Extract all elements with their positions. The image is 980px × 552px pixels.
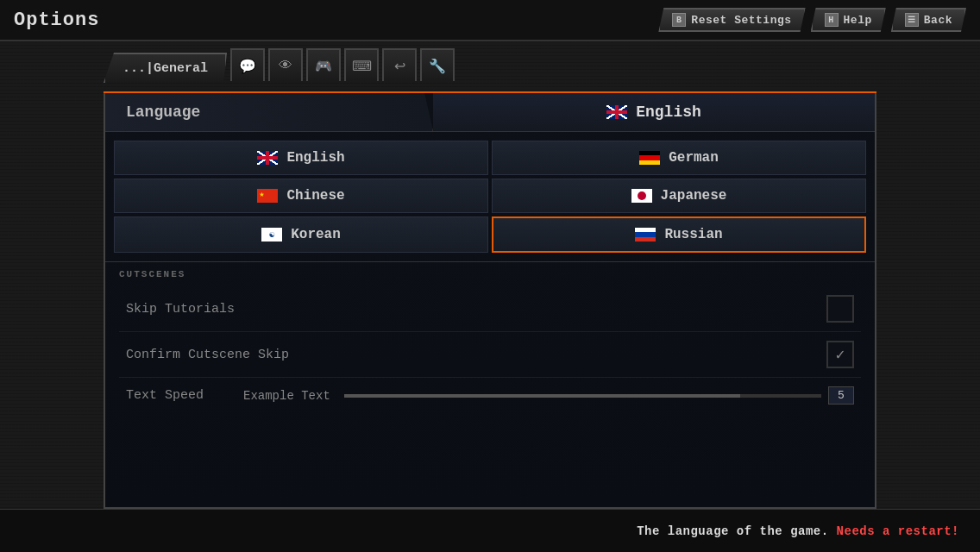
cutscenes-label: CUTSCENES (119, 269, 861, 279)
language-grid: English German Chinese Japanese Korean R… (105, 132, 875, 262)
confirm-cutscene-checkbox[interactable]: ✓ (826, 341, 854, 368)
tab-return-icon[interactable]: ↩ (382, 48, 417, 81)
tab-underline (104, 91, 876, 93)
language-value-button[interactable]: English (433, 93, 875, 131)
cutscenes-section: CUTSCENES Skip Tutorials Confirm Cutscen… (105, 262, 875, 420)
lang-japanese-label: Japanese (661, 188, 727, 204)
current-flag-icon (606, 105, 627, 119)
status-text-normal: The language of the game. (637, 524, 829, 538)
flag-ru-icon (635, 228, 656, 242)
help-label: Help (844, 14, 872, 27)
flag-kr-icon (261, 228, 282, 242)
lang-chinese-button[interactable]: Chinese (114, 179, 488, 213)
lang-japanese-button[interactable]: Japanese (492, 179, 866, 213)
help-button[interactable]: H Help (811, 8, 886, 32)
lang-chinese-label: Chinese (286, 188, 344, 204)
text-speed-row: Text Speed Example Text 5 (119, 378, 861, 413)
top-bar: Options B Reset Settings H Help ☰ Back (0, 0, 980, 41)
lang-german-button[interactable]: German (492, 141, 866, 175)
lang-russian-label: Russian (664, 227, 722, 242)
tab-general[interactable]: ...|General (104, 53, 227, 83)
top-buttons: B Reset Settings H Help ☰ Back (658, 8, 966, 32)
back-icon: ☰ (905, 13, 919, 27)
language-header: Language English (105, 93, 875, 132)
text-speed-value: 5 (828, 386, 854, 405)
text-speed-slider-container: 5 (344, 386, 854, 405)
main-panel: Language English English German Chinese … (104, 93, 876, 509)
language-label: Language (105, 93, 433, 131)
flag-cn-icon (257, 189, 278, 203)
reset-icon: B (672, 13, 686, 27)
tab-keyboard-icon[interactable]: ⌨ (344, 48, 379, 81)
language-current-value: English (636, 104, 701, 121)
help-icon: H (825, 13, 839, 27)
status-text-highlight: Needs a restart! (837, 524, 959, 538)
skip-tutorials-row: Skip Tutorials (119, 286, 861, 332)
reset-label: Reset Settings (691, 14, 791, 27)
confirm-cutscene-row: Confirm Cutscene Skip ✓ (119, 332, 861, 378)
tab-icons: 💬 👁 🎮 ⌨ ↩ 🔧 (230, 48, 455, 83)
reset-settings-button[interactable]: B Reset Settings (658, 8, 805, 32)
lang-english-label: English (286, 150, 344, 166)
skip-tutorials-checkbox[interactable] (826, 295, 854, 323)
tab-wrench-icon[interactable]: 🔧 (420, 48, 455, 81)
status-bar: The language of the game. Needs a restar… (0, 509, 980, 552)
lang-english-button[interactable]: English (114, 141, 488, 175)
text-speed-slider[interactable] (344, 394, 821, 398)
lang-russian-button[interactable]: Russian (492, 216, 866, 253)
text-speed-label: Text Speed (126, 388, 229, 403)
flag-uk-icon (257, 151, 278, 165)
status-text: The language of the game. Needs a restar… (637, 524, 959, 538)
tab-gamepad-icon[interactable]: 🎮 (306, 48, 341, 81)
back-button[interactable]: ☰ Back (891, 8, 966, 32)
flag-de-icon (639, 151, 660, 165)
lang-german-label: German (669, 150, 719, 166)
tab-chat-icon[interactable]: 💬 (230, 48, 265, 81)
tabs-area: ...|General 💬 👁 🎮 ⌨ ↩ 🔧 (104, 48, 876, 83)
skip-tutorials-label: Skip Tutorials (126, 302, 826, 317)
lang-korean-button[interactable]: Korean (114, 216, 488, 253)
flag-jp-icon (631, 189, 652, 203)
lang-korean-label: Korean (291, 227, 341, 242)
tab-general-label: ...|General (122, 61, 208, 76)
back-label: Back (924, 14, 952, 27)
slider-fill (344, 394, 740, 398)
tab-eye-icon[interactable]: 👁 (268, 48, 303, 81)
confirm-cutscene-label: Confirm Cutscene Skip (126, 348, 826, 362)
example-text: Example Text (243, 389, 330, 403)
page-title: Options (14, 9, 658, 31)
